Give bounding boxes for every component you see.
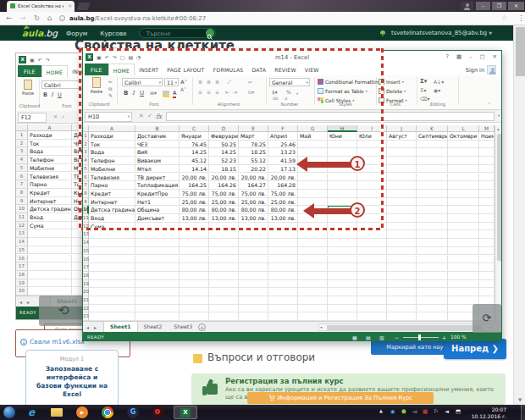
window-minimize-button[interactable]: – [476,2,490,10]
cell-M15[interactable] [479,247,495,256]
zoom-level[interactable]: 100 % [450,334,466,340]
hscroll-thumb[interactable] [327,325,483,330]
cell-D1[interactable]: Февруари [209,132,239,141]
cell-M10[interactable] [479,206,495,214]
scroll-down-icon[interactable]: ▼ [514,395,525,405]
cell-D8[interactable]: 75,00 лв. [209,190,239,198]
cell-J13[interactable] [387,230,417,239]
cell-C3[interactable]: 14.25 [180,148,209,157]
cell-K1[interactable]: Септември [417,132,448,141]
row-header-7[interactable]: 7 [83,181,89,190]
row-header-20[interactable]: 20 [83,288,89,296]
nav-link-Курсове[interactable]: Курсове [100,30,126,37]
cell-M14[interactable] [479,239,495,247]
cell-E2[interactable]: 78.25 [239,141,268,149]
cell-K11[interactable] [417,214,448,223]
row-header-19[interactable]: 19 [83,280,89,289]
cell-B4[interactable]: Виваком [135,157,180,165]
cell-B14[interactable] [135,239,180,247]
cell-F14[interactable] [268,239,298,247]
sheet-nav-right-icon[interactable]: ▸ [94,324,97,330]
cell-B5[interactable]: Мтел [135,165,180,174]
cell-D4[interactable]: 52.23 [209,157,239,165]
cell-C1[interactable]: Януари [180,132,209,141]
page-layout-icon[interactable]: ▤ [366,334,371,340]
bg-ribbon-tab-home[interactable]: HOME [41,65,69,77]
cell-E11[interactable]: 13,00 лв. [239,214,268,223]
align-center-icon[interactable]: ≡ [207,89,211,95]
cell-A11[interactable]: Вход [89,214,135,223]
row-header-1[interactable]: 1 [83,132,89,141]
collapse-ribbon-icon[interactable]: ˄ [488,102,490,108]
download-link[interactable]: Свали m1v6.xlsx [30,338,85,345]
cell-K20[interactable] [417,288,448,296]
cell-C14[interactable] [180,239,209,247]
cell-L4[interactable] [448,157,479,165]
increase-indent-icon[interactable]: ⇥ [233,89,237,95]
browser-profile-icon[interactable] [461,2,473,10]
formula-expand-icon[interactable]: ▾ [498,113,500,118]
cell-B19[interactable] [135,280,180,289]
row-header-2[interactable]: 2 [83,141,89,149]
row-header-3[interactable]: 3 [83,148,89,157]
cell-C6[interactable]: 20,00 лв. [180,174,209,182]
cell-M4[interactable] [479,157,495,165]
cell-J10[interactable] [387,206,417,214]
row-header-22[interactable]: 22 [83,305,89,313]
cell-G15[interactable] [298,247,328,256]
cell-C13[interactable] [180,230,209,239]
col-header-H[interactable]: H [328,125,357,132]
cell-G16[interactable] [298,256,328,264]
cell-D22[interactable] [209,305,239,313]
cell-B18[interactable] [135,272,180,280]
align-top-icon[interactable]: ≣ [198,79,202,85]
cell-A8[interactable]: Кредит [89,190,135,198]
add-sheet-icon[interactable]: + [198,323,206,331]
cell-D20[interactable] [209,288,239,296]
cell-C18[interactable] [180,272,209,280]
cell-A2[interactable]: Ток [89,141,135,149]
row-header-18[interactable]: 18 [83,272,89,280]
col-header-J[interactable]: J [387,125,417,132]
zoom-out-icon[interactable]: − [395,334,399,340]
window-close-button[interactable]: ✕ [508,2,524,10]
cell-E15[interactable] [239,247,268,256]
cell-G19[interactable] [298,280,328,289]
cell-K8[interactable] [417,190,448,198]
cell-J22[interactable] [387,305,417,313]
sheet-nav-right-icon[interactable]: ▸ [27,299,30,305]
notifications-bell-icon[interactable] [379,29,386,38]
cell-G2[interactable] [298,141,328,149]
cell-B8[interactable]: КредитПро [135,190,180,198]
cell-F4[interactable]: 41.59 [268,157,298,165]
cell-I20[interactable] [357,288,387,296]
cell-C8[interactable]: 75,00 лв. [180,190,209,198]
cell-L17[interactable] [448,263,479,272]
cell-M3[interactable] [479,148,495,157]
cell-K23[interactable] [417,312,448,321]
cell-L8[interactable] [448,190,479,198]
col-header-L[interactable]: L [448,125,479,132]
cell-E19[interactable] [239,280,268,289]
cell-A15[interactable] [89,247,135,256]
cell-K22[interactable] [417,305,448,313]
cell-B10[interactable]: Община [135,206,180,214]
help-icon[interactable]: ? [446,53,449,60]
cell-B16[interactable] [135,256,180,264]
borders-icon[interactable]: ⊞▾ [150,90,157,96]
cell-L18[interactable] [448,272,479,280]
cell-J21[interactable] [387,296,417,305]
styles-button-conditional-formatting[interactable]: Conditional Formatting▾ [318,78,384,86]
cell-L15[interactable] [448,247,479,256]
zoom-slider-thumb[interactable] [418,334,421,340]
cell-E5[interactable]: 20.22 [239,165,268,174]
cell-F5[interactable]: 17.13 [268,165,298,174]
cell-H15[interactable] [328,247,357,256]
sheet-nav-left-icon[interactable]: ◂ [86,324,89,330]
browser-menu-icon[interactable]: ⋮ [517,14,525,22]
cell-F11[interactable]: 13,00 лв. [268,214,298,223]
cell-G20[interactable] [298,288,328,296]
cell-H8[interactable] [328,190,357,198]
cell-E22[interactable] [239,305,268,313]
cell-C23[interactable] [180,312,209,321]
